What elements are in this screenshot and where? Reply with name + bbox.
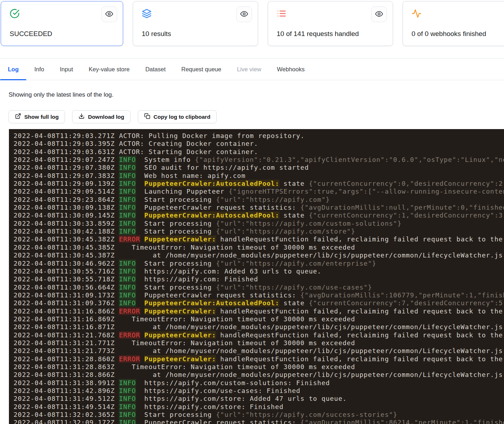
requests-handled-label: 10 of 141 requests handled: [277, 30, 359, 38]
log-line: 2022-04-08T11:30:09.145Z INFO PuppeteerC…: [14, 211, 504, 219]
activity-icon: [412, 9, 422, 19]
show-full-log-label: Show full log: [24, 114, 59, 120]
log-line: 2022-04-08T11:30:55.718Z INFO https://ap…: [14, 275, 504, 283]
copy-icon: [144, 113, 150, 121]
log-actions-row: Show full log Download log Copy log to c…: [9, 110, 217, 123]
log-output[interactable]: 2022-04-08T11:29:03.271Z ACTOR: Pulling …: [9, 129, 504, 424]
log-line: 2022-04-08T11:30:45.387Z at /home/myuser…: [14, 251, 504, 259]
tab-live-view: Live view: [229, 58, 269, 80]
log-line: 2022-04-08T11:30:45.385Z TimeoutError: N…: [14, 244, 504, 251]
log-line: 2022-04-08T11:29:23.864Z INFO Start proc…: [14, 196, 504, 204]
external-link-icon: [15, 113, 21, 121]
log-line: 2022-04-08T11:30:42.188Z INFO Start proc…: [14, 228, 504, 235]
status-cards-row: SUCCEEDED 10 results: [1, 1, 504, 46]
download-log-label: Download log: [88, 114, 124, 120]
log-line: 2022-04-08T11:31:28.863Z TimeoutError: N…: [14, 363, 504, 371]
log-line: 2022-04-08T11:30:33.859Z INFO Start proc…: [14, 220, 504, 228]
log-line: 2022-04-08T11:30:46.962Z INFO Start proc…: [14, 260, 504, 267]
log-line: 2022-04-08T11:29:03.395Z ACTOR: Creating…: [14, 140, 504, 148]
tab-request-queue[interactable]: Request queue: [173, 58, 229, 80]
status-card-requests[interactable]: 10 of 141 requests handled: [268, 1, 393, 46]
log-line: 2022-04-08T11:30:56.664Z INFO Start proc…: [14, 283, 504, 291]
check-circle-icon: [10, 9, 20, 19]
eye-icon: [240, 10, 248, 19]
tab-info[interactable]: Info: [26, 58, 52, 80]
copy-log-button[interactable]: Copy log to clipboard: [138, 110, 217, 123]
download-log-button[interactable]: Download log: [72, 110, 131, 123]
log-line: 2022-04-08T11:31:21.768Z ERROR Puppeteer…: [14, 331, 504, 339]
log-line: 2022-04-08T11:29:03.271Z ACTOR: Pulling …: [14, 132, 504, 140]
eye-icon: [375, 10, 383, 19]
run-status-label: SUCCEEDED: [10, 30, 52, 38]
log-line: 2022-04-08T11:31:49.514Z INFO https://ap…: [14, 403, 504, 411]
log-line: 2022-04-08T11:29:07.383Z INFO Web host n…: [14, 172, 504, 180]
layers-icon: [142, 9, 152, 19]
log-line: 2022-04-08T11:29:07.380Z INFO SEO audit …: [14, 164, 504, 172]
tab-input[interactable]: Input: [52, 58, 81, 80]
tab-dataset[interactable]: Dataset: [137, 58, 173, 80]
log-line: 2022-04-08T11:31:16.871Z at /home/myuser…: [14, 323, 504, 331]
show-full-log-button[interactable]: Show full log: [9, 110, 65, 123]
log-line: 2022-04-08T11:29:07.247Z INFO System inf…: [14, 156, 504, 164]
tab-log[interactable]: Log: [0, 58, 26, 80]
view-requests-button[interactable]: [371, 6, 387, 22]
log-line: 2022-04-08T11:32:02.365Z INFO Start proc…: [14, 411, 504, 419]
log-line: 2022-04-08T11:30:55.716Z INFO https://ap…: [14, 267, 504, 275]
log-line: 2022-04-08T11:31:28.866Z at /home/myuser…: [14, 371, 504, 379]
log-line: 2022-04-08T11:31:28.860Z ERROR Puppeteer…: [14, 355, 504, 363]
eye-icon: [105, 10, 113, 19]
log-line: 2022-04-08T11:31:16.869Z TimeoutError: N…: [14, 315, 504, 323]
log-line: 2022-04-08T11:32:09.172Z INFO PuppeteerC…: [14, 419, 504, 424]
log-line: 2022-04-08T11:29:09.139Z INFO PuppeteerC…: [14, 180, 504, 188]
view-results-button[interactable]: [236, 6, 252, 22]
log-line: 2022-04-08T11:31:09.173Z INFO PuppeteerC…: [14, 291, 504, 299]
log-notice-text: Showing only the latest lines of the log…: [9, 91, 114, 98]
log-line: 2022-04-08T11:29:03.631Z ACTOR: Starting…: [14, 148, 504, 156]
log-line: 2022-04-08T11:31:42.896Z INFO https://ap…: [14, 387, 504, 395]
run-detail-tabbar: Log Info Input Key-value store Dataset R…: [0, 58, 504, 80]
log-line: 2022-04-08T11:30:09.138Z INFO PuppeteerC…: [14, 204, 504, 211]
log-line: 2022-04-08T11:31:16.866Z ERROR Puppeteer…: [14, 307, 504, 315]
log-line: 2022-04-08T11:31:38.991Z INFO https://ap…: [14, 379, 504, 387]
log-line: 2022-04-08T11:31:49.512Z INFO https://ap…: [14, 395, 504, 403]
list-icon: [277, 9, 287, 19]
tab-webhooks[interactable]: Webhooks: [269, 58, 313, 80]
status-card-run-status[interactable]: SUCCEEDED: [1, 1, 123, 46]
view-status-button[interactable]: [101, 6, 117, 22]
log-line: 2022-04-08T11:30:45.382Z ERROR Puppeteer…: [14, 235, 504, 243]
log-line: 2022-04-08T11:31:09.376Z INFO PuppeteerC…: [14, 299, 504, 307]
status-card-webhooks[interactable]: 0 of 0 webhooks finished: [403, 1, 504, 46]
copy-log-label: Copy log to clipboard: [153, 114, 210, 120]
tab-key-value-store[interactable]: Key-value store: [81, 58, 137, 80]
status-card-results[interactable]: 10 results: [133, 1, 258, 46]
log-line: 2022-04-08T11:31:21.771Z TimeoutError: N…: [14, 339, 504, 347]
results-count-label: 10 results: [142, 30, 171, 38]
log-line: 2022-04-08T11:29:09.514Z INFO Launching …: [14, 188, 504, 195]
log-line: 2022-04-08T11:31:21.773Z at /home/myuser…: [14, 347, 504, 355]
download-icon: [79, 113, 85, 121]
webhooks-finished-label: 0 of 0 webhooks finished: [412, 30, 486, 38]
